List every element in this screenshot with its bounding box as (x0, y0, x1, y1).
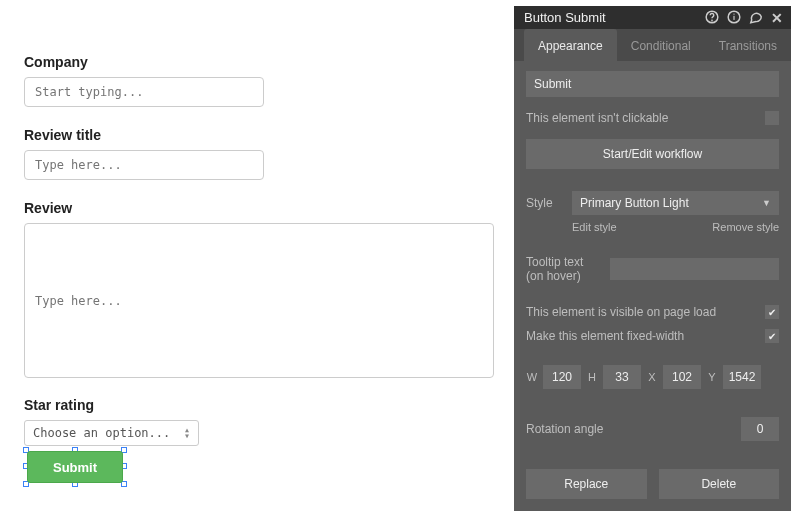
select-sort-icon: ▴▾ (184, 427, 190, 439)
review-title-label: Review title (24, 127, 504, 143)
submit-button-label: Submit (53, 460, 97, 475)
chevron-down-icon: ▼ (762, 198, 771, 208)
clickable-checkbox[interactable] (765, 111, 779, 125)
dim-h-input[interactable] (603, 365, 641, 389)
clickable-label: This element isn't clickable (526, 111, 668, 125)
comment-icon[interactable] (749, 10, 763, 26)
review-textarea[interactable] (24, 223, 494, 378)
tooltip-row: Tooltip text (on hover) (526, 255, 779, 283)
style-row: Style Primary Button Light ▼ (526, 191, 779, 215)
visible-row: This element is visible on page load ✔ (526, 305, 779, 319)
delete-label: Delete (701, 477, 736, 491)
rotation-input[interactable] (741, 417, 779, 441)
star-rating-label: Star rating (24, 397, 504, 413)
bottom-buttons: Replace Delete (526, 469, 779, 499)
submit-selection-wrap: Submit (24, 448, 126, 486)
dim-h-label: H (586, 371, 598, 383)
star-rating-select[interactable]: Choose an option... ▴▾ (24, 420, 199, 446)
dim-w-label: W (526, 371, 538, 383)
panel-header: Button Submit ✕ (514, 6, 791, 29)
dimensions-row: W H X Y (526, 365, 779, 389)
tooltip-label: Tooltip text (on hover) (526, 255, 602, 283)
company-input[interactable] (24, 77, 264, 107)
element-text-value: Submit (534, 77, 571, 91)
clickable-row: This element isn't clickable (526, 111, 779, 125)
review-title-input[interactable] (24, 150, 264, 180)
start-edit-workflow-label: Start/Edit workflow (603, 147, 702, 161)
submit-button[interactable]: Submit (27, 451, 123, 483)
info-icon[interactable] (727, 10, 741, 26)
remove-style-link[interactable]: Remove style (712, 221, 779, 233)
properties-panel: Button Submit ✕ Appearance Conditional T… (514, 6, 791, 511)
visible-label: This element is visible on page load (526, 305, 716, 319)
review-label: Review (24, 200, 504, 216)
tab-conditional[interactable]: Conditional (617, 29, 705, 61)
delete-button[interactable]: Delete (659, 469, 780, 499)
panel-tabs: Appearance Conditional Transitions (514, 29, 791, 61)
panel-body: Submit This element isn't clickable Star… (514, 61, 791, 511)
dim-y-label: Y (706, 371, 718, 383)
fixed-width-row: Make this element fixed-width ✔ (526, 329, 779, 343)
visible-checkbox[interactable]: ✔ (765, 305, 779, 319)
fixed-width-label: Make this element fixed-width (526, 329, 684, 343)
panel-header-icons: ✕ (705, 10, 783, 26)
replace-label: Replace (564, 477, 608, 491)
rotation-row: Rotation angle (526, 417, 779, 441)
tooltip-input[interactable] (610, 258, 779, 280)
style-select[interactable]: Primary Button Light ▼ (572, 191, 779, 215)
dim-x-label: X (646, 371, 658, 383)
replace-button[interactable]: Replace (526, 469, 647, 499)
style-value: Primary Button Light (580, 196, 689, 210)
svg-point-4 (733, 13, 734, 14)
fixed-width-checkbox[interactable]: ✔ (765, 329, 779, 343)
dim-x-input[interactable] (663, 365, 701, 389)
tab-transitions[interactable]: Transitions (705, 29, 791, 61)
close-icon[interactable]: ✕ (771, 11, 783, 25)
company-label: Company (24, 54, 504, 70)
dim-w-input[interactable] (543, 365, 581, 389)
help-icon[interactable] (705, 10, 719, 26)
dim-y-input[interactable] (723, 365, 761, 389)
style-label: Style (526, 196, 562, 210)
start-edit-workflow-button[interactable]: Start/Edit workflow (526, 139, 779, 169)
tab-appearance[interactable]: Appearance (524, 29, 617, 61)
svg-point-1 (712, 20, 713, 21)
rotation-label: Rotation angle (526, 422, 603, 436)
edit-style-link[interactable]: Edit style (572, 221, 617, 233)
panel-title: Button Submit (524, 10, 606, 25)
svg-rect-3 (733, 15, 734, 19)
element-text-input[interactable]: Submit (526, 71, 779, 97)
form-area: Company Review title Review Star rating … (24, 54, 504, 446)
star-rating-placeholder: Choose an option... (33, 426, 170, 440)
style-links: Edit style Remove style (526, 221, 779, 233)
